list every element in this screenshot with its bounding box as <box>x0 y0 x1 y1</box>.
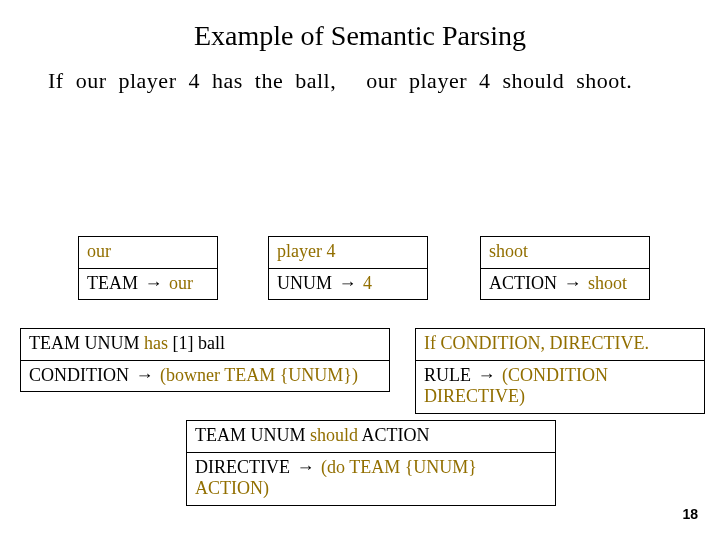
box-shoot-bottom: ACTION → shoot <box>481 268 649 300</box>
word-has: has <box>212 68 243 93</box>
box-rule: If CONDITION, DIRECTIVE. RULE → (CONDITI… <box>415 328 705 414</box>
word-4-2: 4 <box>479 68 491 93</box>
box-condition-rhs: (bowner TEAM {UNUM}) <box>160 365 358 385</box>
box-directive-top-post: ACTION <box>362 425 430 445</box>
word-shoot: shoot. <box>576 68 632 93</box>
box-our-top: our <box>79 237 217 268</box>
box-directive-top-should: should <box>310 425 358 445</box>
box-our-lhs: TEAM <box>87 273 138 293</box>
word-4-1: 4 <box>188 68 200 93</box>
box-rule-bottom: RULE → (CONDITION DIRECTIVE) <box>416 360 704 413</box>
word-our-2: our <box>366 68 397 93</box>
box-player4: player 4 UNUM → 4 <box>268 236 428 300</box>
box-our-rhs: our <box>169 273 193 293</box>
arrow-icon: → <box>562 273 584 295</box>
word-ball: ball, <box>295 68 336 93</box>
box-condition-bottom: CONDITION → (bowner TEAM {UNUM}) <box>21 360 389 392</box>
arrow-icon: → <box>133 365 155 387</box>
box-rule-top: If CONDITION, DIRECTIVE. <box>416 329 704 360</box>
box-shoot-lhs: ACTION <box>489 273 557 293</box>
slide-title: Example of Semantic Parsing <box>0 0 720 62</box>
box-directive-top-pre: TEAM UNUM <box>195 425 306 445</box>
box-player4-lhs: UNUM <box>277 273 332 293</box>
box-shoot-top: shoot <box>481 237 649 268</box>
arrow-icon: → <box>476 365 498 387</box>
box-our-top-text: our <box>87 241 111 261</box>
box-shoot-top-text: shoot <box>489 241 528 261</box>
box-directive-bottom: DIRECTIVE → (do TEAM {UNUM} ACTION) <box>187 452 555 505</box>
box-player4-bottom: UNUM → 4 <box>269 268 427 300</box>
word-the: the <box>255 68 283 93</box>
box-rule-lhs: RULE <box>424 365 471 385</box>
box-shoot-rhs: shoot <box>588 273 627 293</box>
page-number: 18 <box>682 506 698 522</box>
box-condition-top-pre: TEAM UNUM <box>29 333 140 353</box>
word-our-1: our <box>76 68 107 93</box>
box-condition-lhs: CONDITION <box>29 365 129 385</box>
word-player-2: player <box>409 68 467 93</box>
box-shoot: shoot ACTION → shoot <box>480 236 650 300</box>
box-player4-rhs: 4 <box>363 273 372 293</box>
box-rule-top-text: If CONDITION, DIRECTIVE. <box>424 333 649 353</box>
box-our: our TEAM → our <box>78 236 218 300</box>
box-directive: TEAM UNUM should ACTION DIRECTIVE → (do … <box>186 420 556 506</box>
box-our-bottom: TEAM → our <box>79 268 217 300</box>
arrow-icon: → <box>337 273 359 295</box>
box-condition-top-has: has <box>144 333 168 353</box>
box-directive-top: TEAM UNUM should ACTION <box>187 421 555 452</box>
box-directive-lhs: DIRECTIVE <box>195 457 290 477</box>
box-condition-top: TEAM UNUM has [1] ball <box>21 329 389 360</box>
box-condition: TEAM UNUM has [1] ball CONDITION → (bown… <box>20 328 390 392</box>
arrow-icon: → <box>143 273 165 295</box>
word-player-1: player <box>118 68 176 93</box>
word-if: If <box>48 68 64 93</box>
arrow-icon: → <box>294 457 316 479</box>
word-should: should <box>502 68 564 93</box>
example-sentence: If our player 4 has the ball, our player… <box>0 62 720 94</box>
box-condition-top-post: [1] ball <box>173 333 225 353</box>
box-player4-top: player 4 <box>269 237 427 268</box>
box-player4-top-text: player 4 <box>277 241 335 261</box>
